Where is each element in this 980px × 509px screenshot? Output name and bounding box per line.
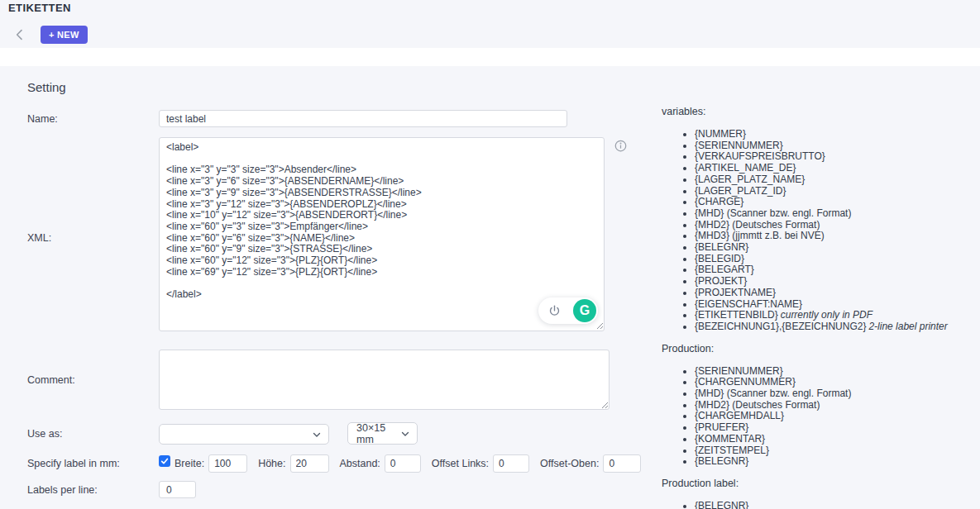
labels-per-line-label: Labels per line: — [27, 484, 98, 496]
variable-item: {CHARGEMHDALL} — [695, 411, 980, 422]
variable-item: {PRUEFER} — [695, 422, 980, 434]
use-as-select[interactable] — [159, 424, 329, 445]
setting-heading: Setting — [27, 80, 66, 94]
specify-label-checkbox[interactable] — [159, 455, 170, 467]
variable-item: {ETIKETTENBILD}currently only in PDF — [695, 310, 980, 321]
variable-item: {CHARGE} — [695, 197, 980, 208]
chevron-left-icon — [13, 28, 26, 41]
dimension-field-input[interactable] — [290, 454, 329, 473]
variable-item: {MHD2} (Deutsches Format) — [695, 220, 980, 231]
variable-item: {NUMMER} — [695, 129, 980, 140]
checkmark-icon — [160, 457, 169, 465]
production-section-list: {SERIENNUMMER}{CHARGENNUMMER}{MHD} (Scan… — [662, 366, 980, 468]
variable-item: {MHD} (Scanner bzw. engl. Format) — [695, 208, 980, 220]
variable-item: {EIGENSCHAFT:NAME} — [695, 299, 980, 311]
dimension-field-input[interactable] — [208, 454, 247, 473]
variable-item: {ZEITSTEMPEL} — [695, 445, 980, 457]
variables-sidebar: variables:{NUMMER}{SERIENNUMMER}{VERKAUF… — [662, 99, 980, 509]
variable-item: {SERIENNUMMER} — [695, 366, 980, 378]
name-input[interactable] — [159, 110, 567, 127]
variable-item: {MHD2} (Deutsches Format) — [695, 400, 980, 411]
use-as-label: Use as: — [27, 428, 62, 440]
variable-item: {VERKAUFSPREISBRUTTO} — [695, 151, 980, 163]
production-section-title: Production: — [662, 342, 980, 356]
labels-per-line-input[interactable] — [159, 481, 196, 498]
xml-textarea[interactable]: <label> <line x="3" y="3" size="3">Absen… — [159, 137, 605, 331]
specify-label-in-mm-label: Specify label in mm: — [27, 458, 120, 469]
page-title: ETIKETTEN — [8, 2, 71, 14]
variable-item: {LAGER_PLATZ_NAME} — [695, 174, 980, 186]
variable-item: {MHD3} (jjmmtt z.B. bei NVE) — [695, 231, 980, 242]
variable-item: {KOMMENTAR} — [695, 434, 980, 445]
variable-item: {CHARGENNUMMER} — [695, 377, 980, 388]
label-dimension-fields: Breite:Höhe:Abstand:Offset Links:Offset-… — [174, 454, 652, 473]
variable-item: {SERIENNUMMER} — [695, 140, 980, 152]
label-size-select-value: 30×15 mm — [356, 422, 397, 445]
dimension-field-label: Offset-Oben: — [540, 458, 599, 469]
grammarly-widget[interactable]: G — [538, 297, 598, 324]
info-icon[interactable] — [614, 140, 627, 152]
dimension-field-input[interactable] — [493, 454, 529, 473]
production-label-section-list: {BELEGNR}{MHD} (Scanner bzw. engl. Forma… — [662, 501, 980, 509]
variable-item: {MHD} (Scanner bzw. engl. Format) — [695, 388, 980, 400]
production-label-section-title: Production label: — [662, 477, 980, 491]
dimension-field-label: Breite: — [174, 458, 204, 469]
variable-item: {ARTIKEL_NAME_DE} — [695, 163, 980, 174]
dimension-field-input[interactable] — [385, 454, 421, 473]
etiketten-settings-page: ETIKETTEN + NEW Setting Name: XML: <labe… — [0, 0, 980, 509]
variable-item: {PROJEKTNAME} — [695, 288, 980, 299]
dimension-field-label: Abstand: — [340, 458, 380, 469]
variable-item: {PROJEKT} — [695, 276, 980, 288]
back-button[interactable] — [12, 26, 28, 43]
variable-item: {LAGER_PLATZ_ID} — [695, 186, 980, 197]
new-button[interactable]: + NEW — [41, 26, 88, 44]
grammarly-icon[interactable]: G — [573, 299, 596, 322]
variable-item: {BELEGART} — [695, 264, 980, 276]
dimension-field-label: Höhe: — [258, 458, 285, 469]
comment-textarea[interactable] — [159, 350, 610, 410]
xml-label: XML: — [27, 232, 51, 244]
variable-item: {BEZEICHNUNG1},{BEZEICHNUNG2}2-line labe… — [695, 321, 980, 333]
dimension-field-label: Offset Links: — [432, 458, 489, 469]
variable-item: {BELEGID} — [695, 254, 980, 265]
label-size-select[interactable]: 30×15 mm — [347, 422, 418, 445]
variable-item: {BELEGNR} — [695, 501, 980, 509]
header-divider-band — [0, 48, 980, 66]
variable-item: {BELEGNR} — [695, 242, 980, 254]
chevron-down-icon — [312, 430, 322, 440]
comment-label: Comment: — [27, 374, 75, 386]
variables-section-title: variables: — [662, 105, 980, 119]
name-label: Name: — [27, 113, 58, 125]
variables-section-list: {NUMMER}{SERIENNUMMER}{VERKAUFSPREISBRUT… — [662, 129, 980, 333]
power-icon[interactable] — [548, 305, 561, 317]
dimension-field-input[interactable] — [603, 454, 641, 473]
chevron-down-icon — [400, 429, 410, 439]
variable-item: {BELEGNR} — [695, 456, 980, 468]
